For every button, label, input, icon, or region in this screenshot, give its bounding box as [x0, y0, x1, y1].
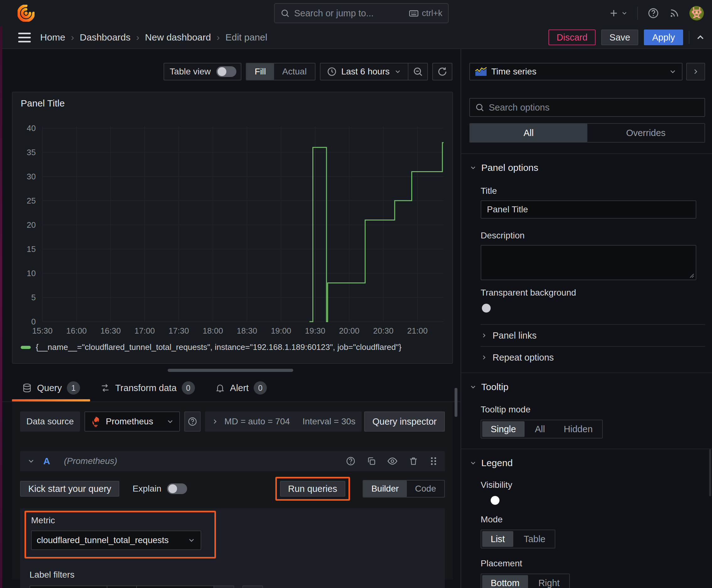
fill-actual-group: Fill Actual: [246, 63, 316, 80]
options-search-input[interactable]: [489, 102, 699, 113]
section-divider: [461, 153, 712, 154]
visualization-picker[interactable]: Time series: [469, 63, 683, 80]
legend-series-marker[interactable]: [21, 346, 31, 349]
data-source-picker[interactable]: Prometheus: [84, 412, 180, 432]
new-menu-button[interactable]: [608, 8, 628, 19]
placement-bottom-option[interactable]: Bottom: [482, 575, 528, 588]
news-button[interactable]: [669, 7, 680, 19]
tooltip-single-option[interactable]: Single: [482, 421, 524, 437]
legend-series-label[interactable]: {__name__="cloudflared_tunnel_total_requ…: [36, 342, 402, 352]
legend-list-option[interactable]: List: [482, 531, 513, 547]
chart-panel: Panel Title 051015202530354015:3016:0016…: [12, 92, 453, 364]
panel-links-row[interactable]: Panel links: [481, 325, 705, 346]
tooltip-header[interactable]: Tooltip: [469, 378, 705, 396]
query-inspector-button[interactable]: Query inspector: [364, 412, 445, 432]
x-axis-tick: 17:00: [134, 326, 155, 335]
query-options-toggle[interactable]: MD = auto = 704 Interval = 30s: [205, 412, 362, 432]
search-input[interactable]: [294, 8, 404, 19]
tab-transform-data[interactable]: Transform data 0: [90, 381, 205, 401]
select-value-dropdown[interactable]: Select value: [136, 586, 214, 588]
panel-options-header[interactable]: Panel options: [469, 159, 705, 176]
y-axis-tick: 25: [27, 196, 36, 205]
tooltip-all-option[interactable]: All: [525, 420, 555, 438]
tab-query[interactable]: Query 1: [12, 381, 90, 401]
fill-option[interactable]: Fill: [246, 63, 274, 80]
collapse-chevron-up-icon[interactable]: [695, 32, 706, 43]
nav-bar: Home › Dashboards › New dashboard › Edit…: [0, 26, 712, 49]
help-button[interactable]: [647, 7, 659, 19]
collapse-options-button[interactable]: [686, 63, 705, 80]
actual-option[interactable]: Actual: [274, 63, 315, 80]
query-section-scrollbar[interactable]: [455, 388, 457, 417]
discard-button[interactable]: Discard: [548, 29, 596, 45]
chevron-right-icon: [481, 354, 488, 361]
chevron-down-icon: [469, 164, 477, 171]
menu-toggle-button[interactable]: [18, 33, 31, 42]
time-range-picker[interactable]: Last 6 hours: [321, 67, 408, 77]
options-pane-scrollbar[interactable]: [709, 449, 711, 496]
refresh-group: [432, 63, 452, 80]
options-search[interactable]: [469, 98, 705, 117]
repeat-options-row[interactable]: Repeat options: [481, 347, 705, 368]
y-axis-tick: 30: [27, 172, 36, 181]
operator-dropdown[interactable]: =: [107, 586, 137, 588]
y-axis-tick: 10: [27, 269, 36, 278]
explain-toggle[interactable]: [167, 483, 187, 494]
query-ref-id: A: [43, 456, 50, 466]
search-bar[interactable]: ctrl+k: [274, 3, 449, 23]
time-series-chart[interactable]: 051015202530354015:3016:0016:3017:0017:3…: [13, 111, 454, 340]
query-datasource-hint: (Prometheus): [64, 456, 117, 466]
tab-overrides[interactable]: Overrides: [587, 124, 705, 142]
builder-option[interactable]: Builder: [363, 481, 407, 497]
select-label-dropdown[interactable]: Select label: [29, 586, 107, 588]
keyboard-icon: [409, 8, 419, 18]
bell-icon: [215, 383, 225, 393]
query-count-badge: 1: [67, 381, 80, 395]
tab-all[interactable]: All: [470, 124, 587, 142]
metric-select[interactable]: cloudflared_tunnel_total_requests: [31, 530, 201, 550]
breadcrumb-dashboards[interactable]: Dashboards: [80, 32, 131, 43]
avatar[interactable]: [689, 6, 704, 20]
section-divider: [461, 448, 712, 449]
duplicate-query-icon[interactable]: [366, 456, 376, 466]
breadcrumb-new-dashboard[interactable]: New dashboard: [145, 32, 211, 43]
save-button[interactable]: Save: [601, 29, 638, 45]
table-view-toggle[interactable]: [216, 66, 236, 77]
description-textarea[interactable]: [481, 245, 696, 280]
datasource-help-button[interactable]: [184, 412, 201, 432]
query-help-icon[interactable]: [346, 456, 356, 466]
grafana-logo-icon[interactable]: [18, 5, 35, 22]
apply-button[interactable]: Apply: [644, 29, 683, 45]
help-circle-icon: [188, 417, 197, 426]
series-line[interactable]: [309, 143, 444, 322]
placement-right-option[interactable]: Right: [529, 574, 569, 588]
legend-table-option[interactable]: Table: [514, 530, 555, 548]
panel-resize-handle[interactable]: [168, 369, 293, 372]
query-row-header[interactable]: A (Prometheus): [20, 451, 445, 471]
breadcrumb-home[interactable]: Home: [40, 32, 65, 43]
run-queries-highlight: Run queries: [275, 477, 350, 501]
tab-alert[interactable]: Alert 0: [205, 381, 277, 401]
panel-title-input[interactable]: [481, 201, 696, 218]
chevron-down-icon[interactable]: [27, 457, 35, 465]
chevron-right-icon: [211, 418, 219, 425]
breadcrumb-separator: ›: [217, 32, 220, 43]
max-data-points-value: MD = auto = 704: [224, 417, 290, 426]
kick-start-button[interactable]: Kick start your query: [20, 481, 119, 497]
zoom-out-button[interactable]: [408, 63, 427, 80]
code-option[interactable]: Code: [407, 481, 444, 497]
legend-header[interactable]: Legend: [469, 454, 705, 472]
transform-icon: [100, 383, 110, 393]
refresh-button[interactable]: [433, 63, 452, 80]
delete-query-icon[interactable]: [408, 456, 418, 466]
plus-icon: [608, 8, 619, 19]
hide-query-icon[interactable]: [387, 456, 398, 466]
add-filter-button[interactable]: +: [242, 586, 263, 588]
remove-filter-button[interactable]: ×: [214, 586, 234, 588]
section-divider: [461, 373, 712, 373]
tooltip-hidden-option[interactable]: Hidden: [555, 420, 602, 438]
x-axis-tick: 16:30: [101, 326, 121, 335]
run-queries-button[interactable]: Run queries: [280, 481, 345, 497]
active-tab-underline: [12, 399, 90, 401]
drag-handle-icon[interactable]: [429, 456, 438, 466]
